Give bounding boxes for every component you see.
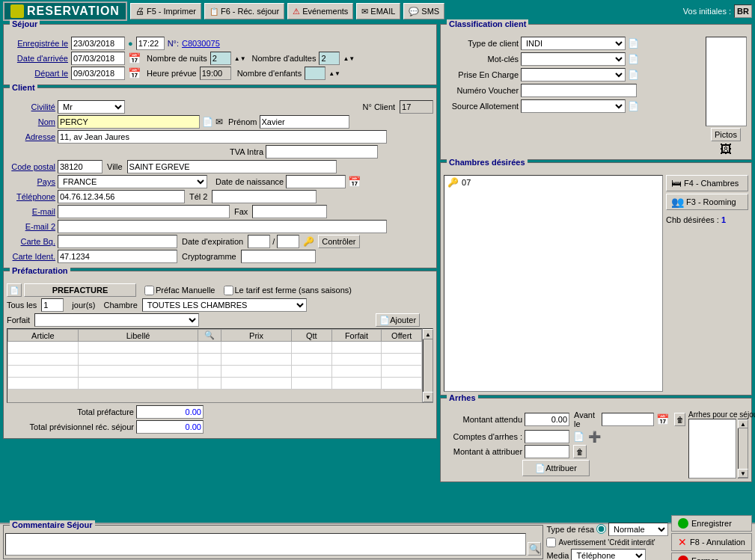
tarif-ferme-check-label[interactable]: Le tarif est ferme (sans saisons) [224, 286, 352, 295]
nom-input[interactable] [58, 115, 200, 129]
source-icon[interactable]: 📄 [628, 101, 639, 111]
nb-adultes-input[interactable] [319, 52, 340, 65]
commentaire-search-btn[interactable]: 🔍 [528, 542, 541, 556]
montant-attendu-input[interactable] [525, 413, 569, 426]
telephone-input[interactable] [58, 190, 185, 203]
pec-select[interactable] [521, 68, 626, 81]
plus-icon[interactable]: ➕ [588, 431, 601, 443]
tous-les-input[interactable] [41, 298, 64, 312]
btn-imprimer[interactable]: 🖨 F5 - Imprimer [130, 3, 201, 19]
ville-input[interactable] [127, 160, 337, 173]
type-client-select[interactable]: INDI [521, 37, 626, 50]
nb-nuits-spinner[interactable]: ▲▼ [234, 55, 246, 62]
voucher-input[interactable] [521, 84, 637, 97]
arrhes-scrollbar[interactable]: ▲ ▼ [738, 419, 748, 479]
prefacture-btn[interactable]: PREFACTURE [24, 283, 136, 297]
fax-input[interactable] [252, 205, 327, 218]
btn-email[interactable]: ✉ EMAIL [356, 3, 400, 19]
cal-avant-le-icon[interactable]: 📅 [656, 413, 669, 425]
controler-btn[interactable]: Contrôler [318, 235, 359, 248]
arrhes-scroll-up[interactable]: ▲ [738, 419, 748, 428]
mot-cles-icon[interactable]: 📄 [628, 54, 639, 64]
date-exp2-input[interactable] [277, 235, 299, 248]
arrhes-list[interactable] [688, 419, 736, 479]
codepostal-input[interactable] [58, 160, 103, 173]
type-resa-select[interactable]: Normale [608, 523, 668, 536]
date-exp1-input[interactable] [248, 235, 270, 248]
btn-f4-chambres[interactable]: 🛏 F4 - Chambres [666, 175, 748, 191]
scroll-down[interactable]: ▼ [423, 392, 433, 402]
cal-naissance-icon[interactable]: 📅 [348, 176, 361, 188]
delete-montant-btn[interactable]: 🗑 [573, 445, 587, 458]
cal-depart-icon[interactable]: 📅 [128, 67, 141, 79]
tarif-ferme-check[interactable] [224, 286, 233, 295]
nb-adultes-spinner[interactable]: ▲▼ [343, 55, 355, 62]
btn-imprimer-label: F5 - Imprimer [147, 7, 196, 16]
date-naissance-input[interactable] [286, 175, 346, 188]
mot-cles-label: Mot-clés [444, 55, 519, 64]
type-client-icon[interactable]: 📄 [628, 38, 639, 49]
scroll-up[interactable]: ▲ [423, 329, 433, 339]
pec-icon[interactable]: 📄 [628, 70, 639, 80]
ajouter-btn[interactable]: 📄 Ajouter [376, 313, 420, 327]
n-client-input[interactable] [400, 100, 433, 114]
email2-input[interactable] [58, 220, 387, 233]
pictos-list[interactable] [706, 37, 747, 126]
adresse-input[interactable] [58, 130, 387, 144]
chambre-list[interactable]: 🔑 07 [444, 175, 663, 392]
comptes-arrhes-input[interactable] [525, 430, 569, 443]
nb-enfants-input[interactable] [305, 67, 325, 80]
email-input[interactable] [58, 205, 230, 218]
commentaire-textarea[interactable] [5, 533, 526, 556]
prefacture-icon-btn[interactable]: 📄 [7, 283, 22, 297]
cryptogramme-input[interactable] [241, 250, 316, 263]
tva-intra-input[interactable] [266, 145, 378, 159]
pictos-icon[interactable]: 🖼 [720, 143, 732, 156]
mot-cles-select[interactable] [521, 52, 626, 66]
prefac-manuelle-check[interactable] [144, 286, 154, 295]
avertissement-check[interactable] [546, 538, 556, 547]
prefac-manuelle-check-label[interactable]: Préfac Manuelle [144, 286, 216, 295]
carte-ident-input[interactable] [58, 250, 177, 263]
carte-bq-input[interactable] [58, 235, 177, 248]
tel2-input[interactable] [212, 190, 317, 203]
nb-enfants-spinner[interactable]: ▲▼ [328, 70, 340, 77]
date-depart-input[interactable] [71, 67, 125, 80]
btn-enregistrer[interactable]: Enregistrer [671, 515, 752, 532]
chambres-content: 🔑 07 🛏 F4 - Chambres 👥 F3 - Rooming [444, 175, 748, 392]
heure-enreg-input[interactable] [136, 37, 165, 50]
pictos-btn[interactable]: Pictos [711, 128, 741, 141]
forfait-select[interactable] [34, 313, 199, 327]
media-select[interactable]: Téléphone [571, 549, 646, 561]
avant-le-input[interactable] [602, 413, 654, 426]
civilite-select[interactable]: Mr [58, 100, 125, 114]
pays-select[interactable]: FRANCE [58, 175, 207, 188]
prenom-input[interactable] [260, 115, 349, 129]
col-search[interactable]: 🔍 [198, 330, 221, 342]
heure-prevue-input[interactable] [200, 67, 231, 80]
nb-nuits-input[interactable] [210, 52, 231, 65]
date-arrivee-input[interactable] [71, 52, 125, 65]
btn-rec-sejour[interactable]: 📋 F6 - Réc. séjour [204, 3, 284, 19]
arrhes-scroll-down[interactable]: ▼ [738, 469, 748, 478]
delete-arrhes-btn[interactable]: 🗑 [674, 413, 685, 426]
date-enreg-input[interactable] [71, 37, 125, 50]
type-resa-radio[interactable] [596, 524, 606, 534]
comptes-icon[interactable]: 📄 [573, 431, 584, 442]
btn-f8-annulation[interactable]: ✕ F8 - Annulation [671, 533, 752, 551]
btn-evenements[interactable]: ⚠ Evénements [287, 3, 353, 19]
table-scrollbar[interactable]: ▲ ▼ [423, 328, 433, 403]
attribuer-btn[interactable]: 📄 Attribuer [522, 460, 590, 476]
btn-sms[interactable]: 💬 SMS [403, 3, 444, 19]
cal-arrivee-icon[interactable]: 📅 [128, 52, 141, 64]
arrhes-list-container: ▲ ▼ [688, 419, 748, 479]
chambre-select[interactable]: TOUTES LES CHAMBRES [142, 298, 307, 312]
nom-icon2[interactable]: ✉ [216, 117, 223, 127]
btn-f3-rooming[interactable]: 👥 F3 - Rooming [666, 194, 748, 210]
numero-value[interactable]: C8030075 [182, 39, 220, 48]
btn-fermer[interactable]: Fermer [671, 553, 752, 560]
source-select[interactable] [521, 99, 626, 113]
nom-icon1[interactable]: 📄 [202, 117, 213, 127]
montant-attribuer-input[interactable] [525, 445, 569, 458]
prefact-table-container[interactable]: Article Libellé 🔍 Prix Qtt Forfait Offer… [7, 328, 423, 403]
